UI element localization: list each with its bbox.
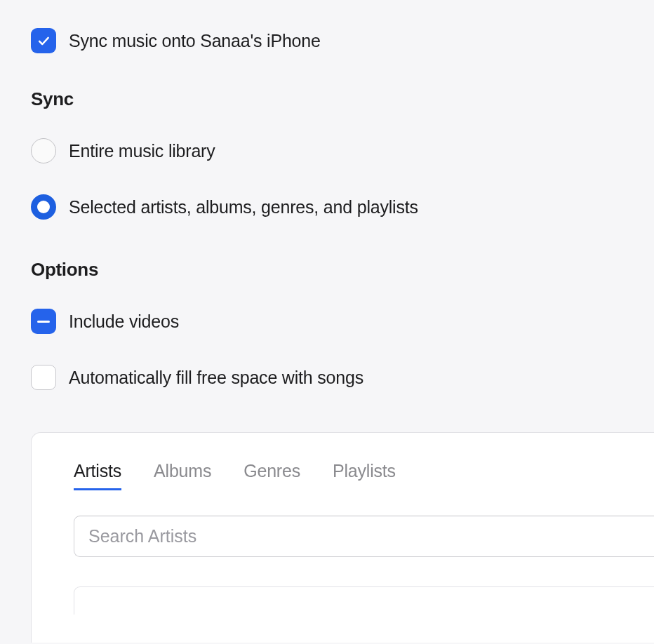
sync-section-heading: Sync bbox=[31, 88, 654, 110]
radio-entire-library[interactable] bbox=[31, 138, 56, 163]
search-artists-input[interactable] bbox=[74, 516, 654, 557]
auto-fill-label: Automatically fill free space with songs bbox=[69, 368, 363, 388]
content-tabs-panel: Artists Albums Genres Playlists bbox=[31, 432, 654, 643]
radio-selected-row: Selected artists, albums, genres, and pl… bbox=[31, 194, 654, 220]
auto-fill-checkbox[interactable] bbox=[31, 365, 56, 390]
radio-entire-row: Entire music library bbox=[31, 138, 654, 163]
sync-enable-checkbox[interactable] bbox=[31, 28, 56, 53]
sync-enable-row: Sync music onto Sanaa's iPhone bbox=[31, 28, 654, 53]
radio-selected-items[interactable] bbox=[31, 194, 56, 220]
options-section-heading: Options bbox=[31, 259, 654, 281]
include-videos-row: Include videos bbox=[31, 309, 654, 334]
radio-selected-label: Selected artists, albums, genres, and pl… bbox=[69, 197, 418, 217]
tabs-bar: Artists Albums Genres Playlists bbox=[74, 461, 654, 490]
artists-list-container bbox=[74, 586, 654, 615]
radio-entire-label: Entire music library bbox=[69, 141, 215, 161]
tab-artists[interactable]: Artists bbox=[74, 461, 121, 490]
tab-genres[interactable]: Genres bbox=[243, 461, 300, 490]
include-videos-label: Include videos bbox=[69, 311, 179, 332]
include-videos-checkbox[interactable] bbox=[31, 309, 56, 334]
tab-playlists[interactable]: Playlists bbox=[333, 461, 396, 490]
checkmark-icon bbox=[36, 34, 51, 48]
auto-fill-row: Automatically fill free space with songs bbox=[31, 365, 654, 390]
dash-icon bbox=[37, 321, 50, 323]
tab-albums[interactable]: Albums bbox=[154, 461, 211, 490]
sync-settings-panel: Sync music onto Sanaa's iPhone Sync Enti… bbox=[0, 0, 654, 643]
sync-enable-label: Sync music onto Sanaa's iPhone bbox=[69, 31, 321, 51]
